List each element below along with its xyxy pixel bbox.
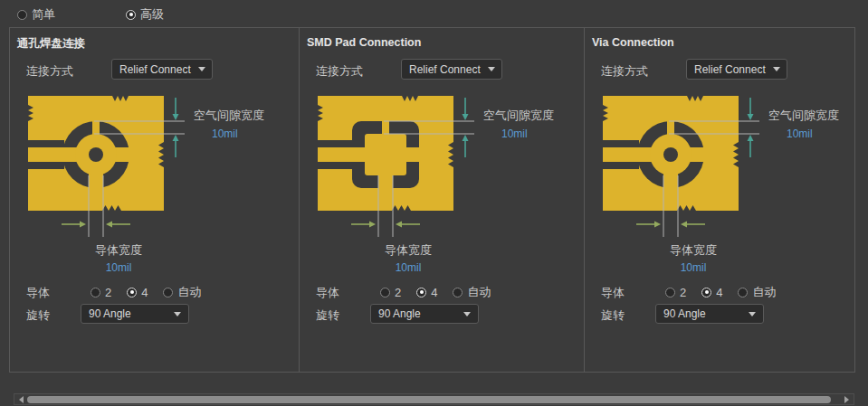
chevron-down-icon xyxy=(773,67,780,71)
conductors-label: 导体 xyxy=(26,285,50,301)
polygon-connect-settings: 简单 高级 通孔焊盘连接 连接方式 Relief Connect xyxy=(0,0,868,406)
rotation-dropdown[interactable]: 90 Angle xyxy=(655,304,764,324)
dropdown-value: Relief Connect xyxy=(119,63,191,76)
radio-selected-icon xyxy=(416,288,426,297)
conductor-radio-4[interactable]: 4 xyxy=(701,286,722,299)
conductor-radio-auto[interactable]: 自动 xyxy=(163,284,201,300)
conductor-width-label: 导体宽度 xyxy=(621,242,766,259)
conductor-width-value: 10mil xyxy=(336,261,481,274)
conductor-width-label: 导体宽度 xyxy=(336,242,481,259)
conductor-radio-auto[interactable]: 自动 xyxy=(738,284,776,300)
conductor-radio-auto[interactable]: 自动 xyxy=(453,284,491,300)
conductors-radio-group: 2 4 自动 xyxy=(91,284,201,300)
air-gap-value: 10mil xyxy=(212,127,238,140)
conductor-radio-2[interactable]: 2 xyxy=(665,286,686,299)
mode-radio-advanced[interactable]: 高级 xyxy=(126,6,164,23)
conductors-radio-group: 2 4 自动 xyxy=(665,284,776,300)
panel-through-hole-pad: 通孔焊盘连接 连接方式 Relief Connect xyxy=(10,28,299,372)
conductors-label: 导体 xyxy=(316,285,339,301)
dropdown-value: Relief Connect xyxy=(409,63,481,76)
mode-radio-advanced-label: 高级 xyxy=(140,6,164,23)
radio-selected-icon xyxy=(127,288,137,297)
pad-preview-diagram xyxy=(19,94,200,241)
horizontal-scrollbar[interactable] xyxy=(14,393,854,405)
radio-selected-icon xyxy=(126,10,136,20)
scroll-right-icon[interactable] xyxy=(844,396,849,403)
conductor-radio-4[interactable]: 4 xyxy=(127,286,148,299)
connection-style-dropdown[interactable]: Relief Connect xyxy=(686,59,787,80)
panel-smd-pad: SMD Pad Connection 连接方式 Relief Connect xyxy=(299,28,584,372)
conductor-radio-2[interactable]: 2 xyxy=(91,286,111,299)
settings-group: 通孔焊盘连接 连接方式 Relief Connect xyxy=(9,27,855,373)
conductor-width-value: 10mil xyxy=(46,261,191,274)
panel-title: SMD Pad Connection xyxy=(307,36,421,49)
conductor-radio-2[interactable]: 2 xyxy=(380,286,401,299)
pad-preview-diagram xyxy=(594,94,775,241)
dropdown-value: 90 Angle xyxy=(89,307,167,320)
radio-icon xyxy=(453,288,463,297)
conductors-label: 导体 xyxy=(601,285,625,301)
rotation-label: 旋转 xyxy=(26,307,50,324)
chevron-down-icon xyxy=(749,312,756,316)
chevron-down-icon xyxy=(463,312,471,316)
chevron-down-icon xyxy=(488,67,495,71)
mode-radio-simple[interactable]: 简单 xyxy=(17,6,55,23)
rotation-dropdown[interactable]: 90 Angle xyxy=(81,304,189,324)
panel-via: Via Connection 连接方式 Relief Connect xyxy=(584,28,854,372)
panel-title: Via Connection xyxy=(592,36,674,49)
pad-preview-diagram xyxy=(309,94,490,241)
connection-style-dropdown[interactable]: Relief Connect xyxy=(401,59,502,80)
dropdown-value: Relief Connect xyxy=(694,63,766,76)
dropdown-value: 90 Angle xyxy=(378,307,456,320)
air-gap-value: 10mil xyxy=(501,127,528,140)
radio-icon xyxy=(380,288,390,297)
conductor-width-value: 10mil xyxy=(621,261,766,274)
mode-bar: 简单 高级 xyxy=(0,0,868,27)
air-gap-label: 空气间隙宽度 xyxy=(768,108,839,124)
radio-selected-icon xyxy=(701,288,711,297)
air-gap-label: 空气间隙宽度 xyxy=(194,108,264,124)
conductors-radio-group: 2 4 自动 xyxy=(380,284,491,300)
radio-icon xyxy=(163,288,173,297)
air-gap-label: 空气间隙宽度 xyxy=(483,108,554,124)
mode-radio-simple-label: 简单 xyxy=(32,6,55,23)
rotation-label: 旋转 xyxy=(601,307,625,324)
rotation-label: 旋转 xyxy=(316,307,339,324)
radio-icon xyxy=(91,288,100,297)
connection-style-label: 连接方式 xyxy=(26,63,73,80)
radio-icon xyxy=(17,10,27,20)
connection-style-label: 连接方式 xyxy=(601,63,648,80)
panel-title: 通孔焊盘连接 xyxy=(17,36,85,52)
air-gap-value: 10mil xyxy=(787,127,813,140)
chevron-down-icon xyxy=(174,312,181,316)
radio-icon xyxy=(665,288,675,297)
conductor-radio-4[interactable]: 4 xyxy=(416,286,437,299)
rotation-dropdown[interactable]: 90 Angle xyxy=(370,304,479,324)
dropdown-value: 90 Angle xyxy=(663,307,741,320)
scrollbar-thumb[interactable] xyxy=(27,396,831,403)
connection-style-dropdown[interactable]: Relief Connect xyxy=(111,59,213,80)
scroll-left-icon[interactable] xyxy=(19,396,24,403)
chevron-down-icon xyxy=(198,67,205,71)
connection-style-label: 连接方式 xyxy=(316,63,363,80)
radio-icon xyxy=(738,288,748,297)
conductor-width-label: 导体宽度 xyxy=(46,242,191,259)
